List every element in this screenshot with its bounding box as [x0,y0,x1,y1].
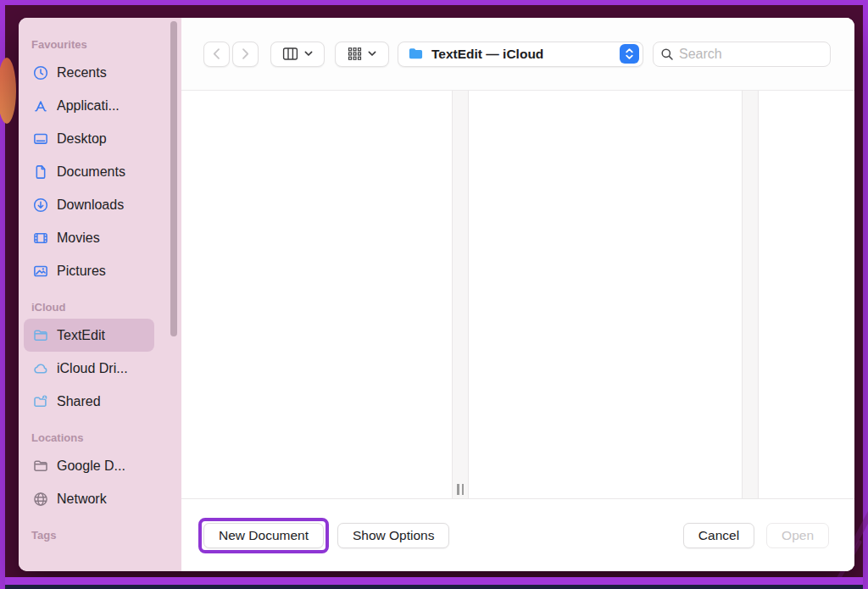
sidebar-item-textedit[interactable]: TextEdit [24,319,154,352]
columns-view-icon [282,47,298,61]
sidebar-item-pictures[interactable]: Pictures [24,254,154,287]
new-document-button[interactable]: New Document [203,523,324,548]
column-divider[interactable] [742,91,759,498]
shared-folder-icon [32,393,49,410]
view-mode-button[interactable] [270,42,325,67]
frame-bottom-purple-strip [5,577,863,585]
sidebar-item-label: Applicati... [57,98,120,114]
clock-icon [32,64,49,81]
toolbar: TextEdit — iCloud [181,18,854,91]
sidebar-item-icloud-drive[interactable]: iCloud Dri... [24,352,154,385]
sidebar-item-label: Google D... [57,458,125,474]
sidebar: Favourites Recents Applicati... [19,18,181,571]
sidebar-item-network[interactable]: Network [24,482,154,515]
open-button[interactable]: Open [766,523,829,548]
sidebar-item-downloads[interactable]: Downloads [24,188,154,221]
sidebar-item-label: Network [57,492,107,507]
search-field[interactable] [653,42,831,67]
sidebar-item-applications[interactable]: Applicati... [24,89,154,122]
main-area: TextEdit — iCloud [181,18,854,571]
chevron-down-icon [368,51,376,57]
folder-icon [32,327,49,344]
folder-icon [407,45,425,63]
sidebar-scrollbar[interactable] [170,21,177,336]
chevron-right-icon [241,47,250,60]
sidebar-item-label: Movies [57,231,100,246]
sidebar-item-label: Recents [57,65,107,81]
sidebar-item-label: Pictures [57,264,106,279]
frame-bottom-navy-strip [5,585,863,589]
film-icon [32,230,49,247]
sidebar-item-google-drive[interactable]: Google D... [24,449,154,482]
sidebar-item-documents[interactable]: Documents [24,155,154,188]
open-file-dialog: Favourites Recents Applicati... [19,18,854,571]
cancel-button[interactable]: Cancel [683,523,754,548]
sidebar-item-label: TextEdit [57,328,105,343]
sidebar-item-recents[interactable]: Recents [24,56,154,89]
pictures-icon [32,263,49,280]
sidebar-item-shared[interactable]: Shared [24,385,154,418]
sidebar-section-icloud: iCloud [31,301,181,314]
sidebar-item-label: iCloud Dri... [57,361,128,376]
location-popup-label: TextEdit — iCloud [431,47,620,62]
group-by-button[interactable] [335,42,389,67]
document-icon [32,164,49,181]
column-resize-handle-icon[interactable] [457,484,464,495]
search-input[interactable] [679,47,823,62]
wallpaper-shape [0,58,16,124]
browser-column-3[interactable] [759,91,854,498]
location-popup[interactable]: TextEdit — iCloud [398,42,643,67]
chevron-down-icon [304,51,313,57]
browser-column-1[interactable] [181,91,452,498]
download-icon [32,197,49,214]
search-icon [660,47,674,61]
forward-button[interactable] [232,42,259,67]
framed-screenshot: Favourites Recents Applicati... [0,0,868,589]
sidebar-section-tags: Tags [31,529,181,542]
show-options-button[interactable]: Show Options [337,523,450,548]
sidebar-item-label: Downloads [57,197,124,213]
browser-column-2[interactable] [469,91,742,498]
sidebar-section-favourites: Favourites [31,38,181,51]
folder-icon [407,45,425,63]
desktop-icon [32,131,49,147]
sidebar-item-label: Documents [57,164,125,180]
column-browser [181,91,854,498]
grouping-icon [348,47,362,61]
sidebar-item-label: Desktop [57,131,107,147]
popup-stepper-icon [620,44,639,64]
sidebar-section-locations: Locations [31,431,181,444]
folder-icon [32,458,49,475]
column-divider[interactable] [452,91,469,498]
cloud-icon [32,360,49,377]
chevron-left-icon [212,47,221,60]
back-button[interactable] [203,42,230,67]
footer-bar: New Document Show Options Cancel Open [181,498,854,571]
sidebar-item-movies[interactable]: Movies [24,221,154,254]
appstore-icon [32,97,49,114]
sidebar-item-label: Shared [57,394,101,409]
sidebar-item-desktop[interactable]: Desktop [24,122,154,155]
globe-icon [32,491,49,508]
annotation-highlight-box: New Document [198,518,329,553]
